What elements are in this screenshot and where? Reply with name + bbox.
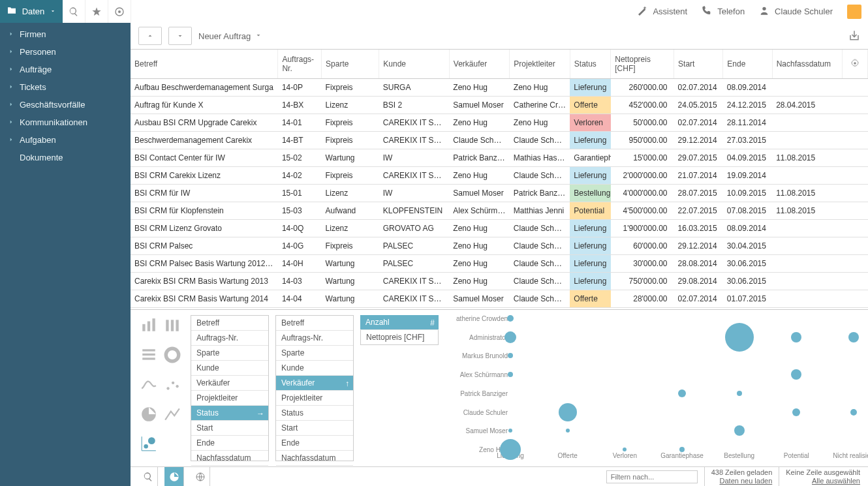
dim-start[interactable]: Start	[276, 421, 353, 436]
table-row[interactable]: BSI CRM Lizenz Grovato14-0QLizenzGROVATO…	[131, 220, 868, 237]
col-auftragsnr[interactable]: Auftrags-Nr.	[278, 50, 322, 79]
bubble-point[interactable]	[725, 323, 754, 352]
dim-start[interactable]: Start	[191, 421, 268, 436]
table-row[interactable]: Carekix BSI CRM Basis Wartung 201314-03W…	[131, 273, 868, 290]
table-row[interactable]: Aufbau Beschwerdemanagement Surga14-0PFi…	[131, 79, 868, 97]
sb-search-button[interactable]	[138, 467, 158, 487]
sidebar-item-aufträge[interactable]: Aufträge	[0, 61, 131, 78]
measure-anzahl[interactable]: Anzahl#	[360, 315, 439, 330]
col-verkaeufer[interactable]: Verkäufer	[449, 50, 510, 79]
select-all-link[interactable]: Alle auswählen	[786, 477, 860, 485]
new-order-button[interactable]: Neuer Auftrag	[198, 31, 262, 41]
bubble-point[interactable]	[848, 332, 859, 342]
table-row[interactable]: BSI CRM Palsec14-0GFixpreisPALSECZeno Hu…	[131, 237, 868, 255]
bubble-point[interactable]	[734, 425, 745, 436]
bubble-point[interactable]	[737, 391, 742, 396]
bubble-point[interactable]	[679, 447, 685, 452]
col-start[interactable]: Start	[674, 50, 723, 79]
bubble-point[interactable]	[791, 369, 801, 380]
measure-nettopreis[interactable]: Nettopreis [CHF]	[360, 330, 439, 345]
prev-button[interactable]	[138, 27, 162, 45]
col-nettopreis[interactable]: Nettopreis [CHF]	[611, 50, 674, 79]
dim-auftrags-nr.[interactable]: Auftrags-Nr.	[276, 331, 353, 346]
chart-type-line[interactable]	[138, 374, 159, 395]
bubble-point[interactable]	[566, 429, 570, 433]
table-row[interactable]: BSI CRM für IW15-01LizenzIWSamuel MoserP…	[131, 185, 868, 202]
bubble-point[interactable]	[500, 439, 521, 460]
next-button[interactable]	[168, 27, 192, 45]
assistant-link[interactable]: Assistent	[637, 5, 687, 18]
search-button[interactable]	[63, 0, 85, 23]
table-row[interactable]: BSI CRM Carekix Lizenz14-02FixpreisCAREK…	[131, 167, 868, 185]
bubble-point[interactable]	[507, 315, 514, 322]
favorite-button[interactable]	[85, 0, 108, 23]
chart-type-donut[interactable]	[162, 344, 183, 365]
table-row[interactable]: Carekix BSI CRM Basis Wartung 201414-04W…	[131, 290, 868, 308]
bubble-point[interactable]	[850, 409, 857, 416]
bubble-point[interactable]	[678, 389, 686, 397]
telefon-link[interactable]: Telefon	[702, 5, 745, 18]
export-button[interactable]	[848, 29, 860, 43]
avatar[interactable]	[847, 5, 861, 19]
bubble-point[interactable]	[792, 408, 800, 416]
bubble-point[interactable]	[504, 331, 516, 343]
dim-verkäufer[interactable]: Verkäufer	[191, 376, 268, 391]
section-switcher[interactable]: Daten	[0, 0, 63, 23]
table-row[interactable]: Ausbau BSI CRM Upgrade Carekix14-01Fixpr…	[131, 114, 868, 132]
sb-chart-button[interactable]	[164, 467, 184, 487]
sb-globe-button[interactable]	[191, 467, 210, 487]
table-row[interactable]: Auftrag für Kunde X14-BXLizenzBSI 2Samue…	[131, 97, 868, 114]
sidebar-item-personen[interactable]: Personen	[0, 43, 131, 61]
chart-type-bubble[interactable]	[138, 433, 159, 454]
col-betreff[interactable]: Betreff	[131, 50, 278, 79]
dim-verkäufer[interactable]: Verkäufer↑	[276, 376, 353, 391]
col-projektleiter[interactable]: Projektleiter	[510, 50, 570, 79]
table-row[interactable]: BSI CRM für Klopfenstein15-03AufwandKLOP…	[131, 202, 868, 220]
bubble-point[interactable]	[623, 448, 627, 451]
dim-ende[interactable]: Ende	[276, 436, 353, 451]
col-kunde[interactable]: Kunde	[379, 50, 450, 79]
dim-kunde[interactable]: Kunde	[276, 361, 353, 376]
dim-auftrags-nr.[interactable]: Auftrags-Nr.	[191, 331, 268, 346]
dim-nachfassdatum[interactable]: Nachfassdatum	[276, 451, 353, 466]
dim-projektleiter[interactable]: Projektleiter	[276, 391, 353, 406]
dim-status[interactable]: Status	[276, 406, 353, 421]
sidebar-item-kommunikationen[interactable]: Kommunikationen	[0, 114, 131, 131]
dim-projektleiter[interactable]: Projektleiter	[191, 391, 268, 406]
table-row[interactable]: BSI Contact Center für IW15-02WartungIWP…	[131, 149, 868, 167]
bubble-point[interactable]	[508, 353, 513, 358]
bubble-point[interactable]	[559, 403, 577, 421]
sidebar-item-firmen[interactable]: Firmen	[0, 25, 131, 43]
bubble-point[interactable]	[791, 332, 801, 342]
chart-type-pie[interactable]	[138, 404, 159, 425]
dim-status[interactable]: Status→	[191, 406, 268, 421]
chart-type-stacked[interactable]	[162, 315, 183, 336]
col-status[interactable]: Status	[570, 50, 610, 79]
chart-type-scatter2[interactable]	[162, 374, 183, 395]
user-link[interactable]: Claude Schuler	[759, 5, 833, 18]
table-row[interactable]: BSI CRM Palsec Basis Wartung 2012/201314…	[131, 255, 868, 273]
sidebar-item-tickets[interactable]: Tickets	[0, 78, 131, 96]
dim-betreff[interactable]: Betreff	[276, 316, 353, 331]
dim-betreff[interactable]: Betreff	[191, 316, 268, 331]
table[interactable]: Betreff Auftrags-Nr. Sparte Kunde Verkäu…	[131, 49, 868, 310]
col-sparte[interactable]: Sparte	[322, 50, 379, 79]
dim-kunde[interactable]: Kunde	[191, 361, 268, 376]
col-nachfass[interactable]: Nachfassdatum	[772, 50, 843, 79]
dim-nachfassdatum[interactable]: Nachfassdatum	[191, 451, 268, 466]
sidebar-item-dokumente[interactable]: Dokumente	[0, 149, 131, 166]
col-ende[interactable]: Ende	[723, 50, 772, 79]
bubble-point[interactable]	[508, 429, 512, 433]
table-row[interactable]: Beschwerdemanagement Carekix14-BTFixprei…	[131, 132, 868, 149]
chart-type-bar[interactable]	[138, 315, 159, 336]
target-button[interactable]	[108, 0, 131, 23]
chart-type-line2[interactable]	[162, 404, 183, 425]
reload-link[interactable]: Daten neu laden	[711, 477, 773, 485]
dim-sparte[interactable]: Sparte	[191, 346, 268, 361]
dim-ende[interactable]: Ende	[191, 436, 268, 451]
table-settings-button[interactable]	[843, 50, 868, 79]
bubble-chart[interactable]: atherine CrowdenAdministratorMarkus Brun…	[452, 315, 860, 461]
bubble-point[interactable]	[508, 372, 513, 377]
sidebar-item-geschäftsvorfälle[interactable]: Geschäftsvorfälle	[0, 96, 131, 114]
dim-sparte[interactable]: Sparte	[276, 346, 353, 361]
